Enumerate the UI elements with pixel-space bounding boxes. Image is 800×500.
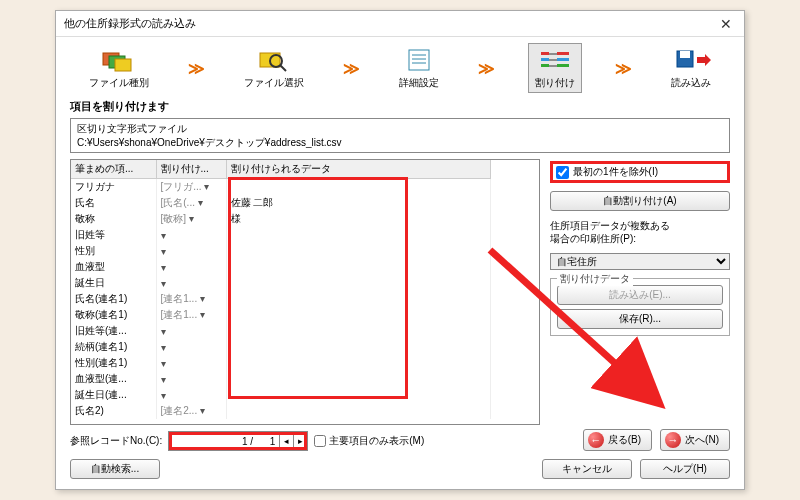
folders-icon [99,46,139,74]
cell-key: 旧姓等(連... [71,323,156,339]
cell-key: 続柄(連名1) [71,339,156,355]
cell-map[interactable]: [連名2... [156,403,226,419]
table-row[interactable]: 敬称[敬称]様 [71,211,491,227]
record-next[interactable]: ▸ [293,432,307,450]
table-row[interactable]: 旧姓等 [71,227,491,243]
chevron-icon: ≫ [188,59,205,78]
cell-data [226,403,491,419]
svg-marker-21 [697,54,711,66]
address-select[interactable]: 自宅住所 [550,253,730,270]
mapping-table[interactable]: 筆まめの項... 割り付け... 割り付けられるデータ フリガナ[フリガ...氏… [70,159,540,425]
file-type-line: 区切り文字形式ファイル [77,122,723,136]
table-row[interactable]: 血液型 [71,259,491,275]
close-button[interactable]: ✕ [712,14,740,34]
cell-data [226,387,491,403]
cell-map[interactable]: [氏名(... [156,195,226,211]
table-row[interactable]: 血液型(連... [71,371,491,387]
cell-key: 血液型 [71,259,156,275]
cell-map[interactable] [156,339,226,355]
cell-key: 敬称 [71,211,156,227]
svg-rect-10 [541,52,549,55]
col-header[interactable]: 割り付けられるデータ [226,160,491,179]
exclude-first-label: 最初の1件を除外(I) [573,165,658,179]
step-import[interactable]: 読み込み [665,44,717,92]
cell-map[interactable] [156,387,226,403]
cell-map[interactable] [156,259,226,275]
svg-rect-13 [557,52,569,55]
cell-data: 様 [226,211,491,227]
cell-key: 氏名 [71,195,156,211]
table-row[interactable]: 性別 [71,243,491,259]
back-button[interactable]: ← 戻る(B) [583,429,652,451]
step-label: ファイル種別 [89,76,149,90]
cell-data [226,371,491,387]
window-title: 他の住所録形式の読み込み [64,16,196,31]
svg-rect-14 [557,58,569,61]
cell-key: 性別 [71,243,156,259]
cell-data [226,243,491,259]
sheet-icon [399,46,439,74]
cell-data [226,259,491,275]
cell-key: 誕生日 [71,275,156,291]
cell-data [226,323,491,339]
cell-map[interactable]: [フリガ... [156,179,226,196]
help-button[interactable]: ヘルプ(H) [640,459,730,479]
main-only-checkbox[interactable] [314,435,326,447]
table-row[interactable]: 続柄(連名1) [71,339,491,355]
col-header[interactable]: 割り付け... [156,160,226,179]
auto-assign-button[interactable]: 自動割り付け(A) [550,191,730,211]
table-row[interactable]: 敬称(連名1)[連名1... [71,307,491,323]
disk-icon [671,46,711,74]
col-header[interactable]: 筆まめの項... [71,160,156,179]
chevron-icon: ≫ [615,59,632,78]
cell-data [226,291,491,307]
record-prev[interactable]: ◂ [279,432,293,450]
exclude-first-checkbox[interactable] [556,166,569,179]
table-row[interactable]: 誕生日(連... [71,387,491,403]
chevron-icon: ≫ [478,59,495,78]
cell-data [226,275,491,291]
step-mapping[interactable]: 割り付け [528,43,582,93]
cell-map[interactable] [156,355,226,371]
record-number-box: ◂ ▸ [168,431,308,451]
step-filetype[interactable]: ファイル種別 [83,44,155,92]
svg-rect-11 [541,58,549,61]
cell-data [226,355,491,371]
step-fileselect[interactable]: ファイル選択 [238,44,310,92]
magnifier-icon [254,46,294,74]
record-input[interactable] [169,434,279,449]
import-data-button[interactable]: 読み込み(E)... [557,285,723,305]
table-row[interactable]: 氏名2)[連名2... [71,403,491,419]
cell-map[interactable]: [連名1... [156,307,226,323]
cell-map[interactable]: [連名1... [156,291,226,307]
cell-key: 氏名2) [71,403,156,419]
svg-rect-6 [409,50,429,70]
cell-map[interactable]: [敬称] [156,211,226,227]
next-button[interactable]: → 次へ(N) [660,429,730,451]
cell-map[interactable] [156,275,226,291]
svg-rect-12 [541,64,549,67]
svg-rect-20 [680,51,690,58]
cell-key: 性別(連名1) [71,355,156,371]
file-path-line: C:¥Users¥shona¥OneDrive¥デスクトップ¥address_l… [77,136,723,150]
cell-map[interactable] [156,243,226,259]
auto-search-button[interactable]: 自動検索... [70,459,160,479]
svg-rect-2 [115,59,131,71]
titlebar: 他の住所録形式の読み込み ✕ [56,11,744,37]
table-row[interactable]: 性別(連名1) [71,355,491,371]
step-details[interactable]: 詳細設定 [393,44,445,92]
exclude-first-row: 最初の1件を除外(I) [550,161,730,183]
cell-map[interactable] [156,227,226,243]
page-subtitle: 項目を割り付けます [70,99,730,114]
table-row[interactable]: 氏名[氏名(...佐藤 二郎 [71,195,491,211]
arrow-right-icon: → [665,432,681,448]
save-data-button[interactable]: 保存(R)... [557,309,723,329]
cancel-button[interactable]: キャンセル [542,459,632,479]
table-row[interactable]: 旧姓等(連... [71,323,491,339]
cell-map[interactable] [156,323,226,339]
table-row[interactable]: 氏名(連名1)[連名1... [71,291,491,307]
table-row[interactable]: フリガナ[フリガ... [71,179,491,196]
chevron-icon: ≫ [343,59,360,78]
table-row[interactable]: 誕生日 [71,275,491,291]
cell-map[interactable] [156,371,226,387]
